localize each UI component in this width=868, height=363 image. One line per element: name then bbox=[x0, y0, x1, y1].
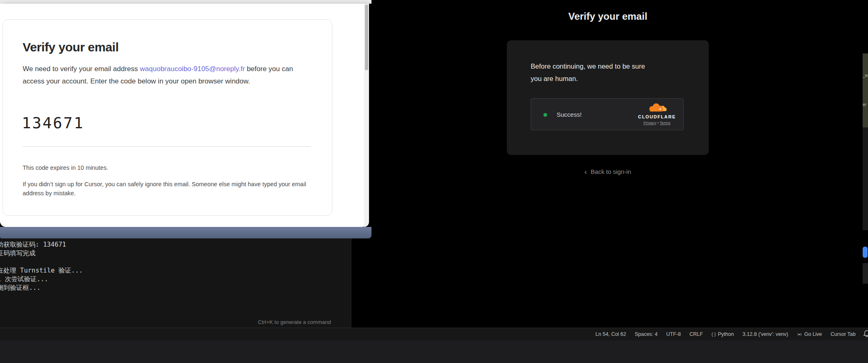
email-message-card: Verify your email We need to verify your… bbox=[2, 19, 332, 216]
verify-card: Before continuing, we need to be sure yo… bbox=[507, 40, 709, 155]
terminal-output: 功获取验证码: 134671 证码填写完成 在处理 Turnstile 验证..… bbox=[0, 240, 83, 292]
chevron-left-icon: ‹ bbox=[585, 168, 587, 176]
eol-indicator[interactable]: CRLF bbox=[689, 331, 703, 337]
language-label: Python bbox=[718, 331, 734, 337]
email-window-scrollbar[interactable] bbox=[364, 4, 369, 227]
cursor-position-indicator[interactable]: Ln 54, Col 62 bbox=[596, 331, 626, 337]
cursor-tab-indicator[interactable]: Cursor Tab bbox=[831, 331, 856, 337]
email-expiry-note: This code expires in 10 minutes. bbox=[23, 164, 108, 171]
terminal-line bbox=[0, 258, 83, 266]
edge-window-fragment-dark bbox=[863, 127, 868, 230]
verification-code: 134671 bbox=[22, 114, 84, 132]
cloudflare-cloud-icon bbox=[647, 102, 667, 112]
indentation-indicator[interactable]: Spaces: 4 bbox=[635, 331, 658, 337]
prompt-line1: Before continuing, we need to be sure bbox=[531, 60, 673, 72]
terminal-line: 1 次尝试验证... bbox=[0, 275, 83, 284]
edge-window-fragment-gray bbox=[863, 263, 868, 284]
fragment-text: _w bbox=[863, 73, 868, 78]
prompt-line2: you are human. bbox=[531, 72, 673, 85]
window-top-strip bbox=[0, 0, 371, 4]
encoding-indicator[interactable]: UTF-8 bbox=[666, 331, 681, 337]
background-window-bar bbox=[0, 227, 371, 238]
scrollbar-thumb[interactable] bbox=[365, 5, 368, 70]
notifications-bell-icon[interactable] bbox=[863, 330, 868, 338]
broadcast-icon bbox=[797, 332, 802, 337]
email-address-link[interactable]: waquobraucoibo-9105@noreply.fr bbox=[140, 65, 245, 73]
link-separator: • bbox=[657, 120, 659, 125]
turnstile-links: Privacy • Terms bbox=[636, 120, 678, 125]
email-divider bbox=[23, 146, 311, 147]
terminal-panel[interactable]: 功获取验证码: 134671 证码填写完成 在处理 Turnstile 验证..… bbox=[0, 238, 351, 328]
back-to-signin-link[interactable]: ‹Back to sign-in bbox=[507, 168, 709, 176]
language-mode-indicator[interactable]: { }Python bbox=[712, 331, 734, 337]
terms-link[interactable]: Terms bbox=[660, 120, 671, 125]
cloudflare-turnstile-widget: Success! CLOUDFLARE Privacy • Terms bbox=[531, 98, 684, 130]
email-title: Verify your email bbox=[23, 40, 118, 54]
back-link-label: Back to sign-in bbox=[591, 168, 631, 175]
taskbar: 中 S 1:43 PM 2/12/2025 z bbox=[0, 340, 868, 363]
cloudflare-wordmark: CLOUDFLARE bbox=[636, 114, 678, 119]
python-interpreter-indicator[interactable]: 3.12.8 ('venv': venv) bbox=[743, 331, 788, 337]
terminal-line: 在处理 Turnstile 验证... bbox=[0, 266, 83, 275]
privacy-link[interactable]: Privacy bbox=[643, 120, 656, 125]
cloudflare-brand-block: CLOUDFLARE Privacy • Terms bbox=[636, 102, 678, 125]
edge-window-fragment-olive: _w er bbox=[863, 53, 868, 127]
email-window: Verify your email We need to verify your… bbox=[0, 4, 369, 227]
terminal-line: 功获取验证码: 134671 bbox=[0, 240, 83, 249]
verify-page-title: Verify your email bbox=[507, 11, 709, 22]
email-intro-before: We need to verify your email address bbox=[23, 65, 140, 73]
success-dot-icon bbox=[543, 113, 547, 117]
desktop: Verify your email We need to verify your… bbox=[0, 0, 868, 363]
email-disclaimer: If you didn’t sign up for Cursor, you ca… bbox=[23, 180, 313, 198]
fragment-text: er bbox=[863, 102, 868, 107]
turnstile-status: Success! bbox=[557, 111, 582, 118]
go-live-label: Go Live bbox=[804, 331, 822, 337]
braces-icon: { } bbox=[712, 332, 716, 337]
terminal-ctrlk-hint: Ctrl+K to generate a command bbox=[258, 319, 331, 325]
edge-window-fragment-blue bbox=[863, 247, 868, 258]
terminal-line: 测到验证框... bbox=[0, 284, 83, 292]
status-bar: Ln 54, Col 62 Spaces: 4 UTF-8 CRLF { }Py… bbox=[0, 328, 868, 340]
email-intro-text: We need to verify your email address waq… bbox=[23, 63, 316, 88]
go-live-button[interactable]: Go Live bbox=[797, 331, 822, 337]
terminal-line: 证码填写完成 bbox=[0, 249, 83, 258]
human-check-prompt: Before continuing, we need to be sure yo… bbox=[531, 60, 673, 85]
